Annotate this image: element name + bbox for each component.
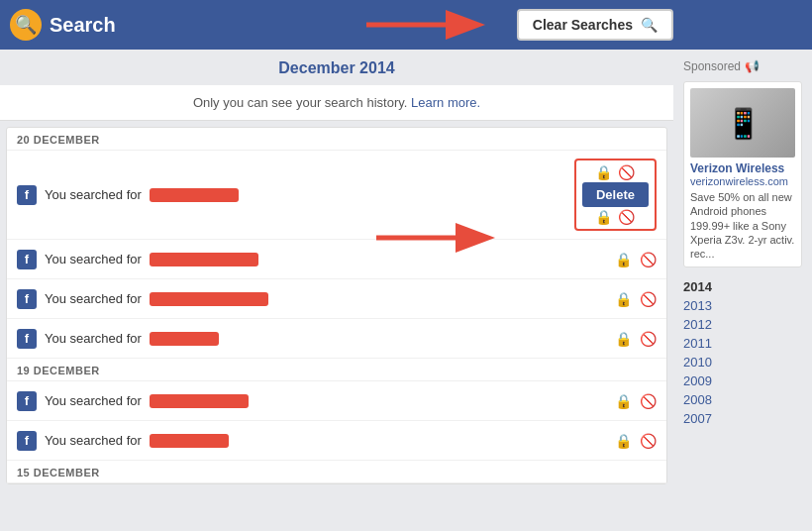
item-actions: 🔒 🚫 bbox=[615, 291, 657, 307]
sidebar: Sponsored 📢 📱 Verizon Wireless verizonwi… bbox=[673, 50, 812, 531]
block-icon[interactable]: 🚫 bbox=[640, 393, 657, 409]
item-actions: 🔒 🚫 bbox=[615, 252, 657, 267]
date-separator-15-dec: 15 DECEMBER bbox=[7, 461, 666, 483]
year-link-2007[interactable]: 2007 bbox=[683, 409, 802, 428]
redacted-term bbox=[150, 188, 239, 202]
date-separator-20-dec: 20 DECEMBER bbox=[7, 128, 666, 151]
year-link-2010[interactable]: 2010 bbox=[683, 353, 802, 372]
search-item-text: You searched for bbox=[45, 187, 142, 202]
delete-button[interactable]: Delete bbox=[582, 182, 649, 207]
clear-searches-label: Clear Searches bbox=[533, 17, 633, 33]
privacy-notice: Only you can see your search history. Le… bbox=[0, 85, 673, 121]
month-header: December 2014 bbox=[0, 50, 673, 85]
year-link-2009[interactable]: 2009 bbox=[683, 372, 802, 390]
facebook-icon: f bbox=[17, 289, 37, 309]
facebook-icon: f bbox=[17, 431, 37, 451]
date-separator-19-dec: 19 DECEMBER bbox=[7, 359, 666, 381]
search-item-text: You searched for bbox=[45, 331, 142, 346]
block-icon[interactable]: 🚫 bbox=[640, 252, 657, 267]
sidebar-ad: 📱 Verizon Wireless verizonwireless.com S… bbox=[683, 81, 802, 267]
ad-title[interactable]: Verizon Wireless bbox=[690, 161, 795, 175]
header-title-area: 🔍 Search bbox=[10, 9, 116, 41]
year-link-2014[interactable]: 2014 bbox=[683, 277, 802, 296]
block-icon-2[interactable]: 🚫 bbox=[618, 209, 635, 225]
search-item: f You searched for 🔒 🚫 bbox=[7, 240, 666, 279]
page-title: Search bbox=[50, 14, 116, 37]
search-item-text: You searched for bbox=[45, 291, 142, 306]
lock-icon[interactable]: 🔒 bbox=[615, 291, 632, 307]
clear-searches-button[interactable]: Clear Searches 🔍 bbox=[517, 9, 673, 41]
header: 🔍 Search Clear Searches 🔍 bbox=[0, 0, 812, 50]
search-item: f You searched for 🔒 🚫 Delete 🔒 🚫 bbox=[7, 151, 666, 240]
privacy-text: Only you can see your search history. bbox=[193, 95, 408, 110]
content-area: December 2014 Only you can see your sear… bbox=[0, 50, 673, 531]
lock-icon[interactable]: 🔒 bbox=[615, 433, 632, 449]
speaker-icon: 📢 bbox=[745, 59, 760, 73]
search-item-text: You searched for bbox=[45, 393, 142, 408]
block-icon[interactable]: 🚫 bbox=[618, 164, 635, 180]
search-icon: 🔍 bbox=[10, 9, 42, 41]
facebook-icon: f bbox=[17, 391, 37, 411]
redacted-term bbox=[150, 434, 229, 448]
ad-description: Save 50% on all new Android phones 199.9… bbox=[690, 190, 795, 261]
ad-url[interactable]: verizonwireless.com bbox=[690, 175, 795, 187]
item-actions: 🔒 🚫 bbox=[615, 393, 657, 409]
year-link-2012[interactable]: 2012 bbox=[683, 315, 802, 334]
search-item: f You searched for 🔒 🚫 bbox=[7, 319, 666, 359]
magnify-icon: 🔍 bbox=[641, 17, 658, 33]
facebook-icon: f bbox=[17, 185, 37, 205]
search-item: f You searched for 🔒 🚫 bbox=[7, 279, 666, 319]
search-item: f You searched for 🔒 🚫 bbox=[7, 381, 666, 421]
item-actions: 🔒 🚫 Delete 🔒 🚫 bbox=[574, 159, 657, 231]
learn-more-link[interactable]: Learn more. bbox=[411, 95, 480, 110]
ad-image: 📱 bbox=[690, 88, 795, 158]
search-item-text: You searched for bbox=[45, 433, 142, 448]
redacted-term bbox=[150, 394, 249, 408]
search-list: 20 DECEMBER f You searched for 🔒 🚫 Delet… bbox=[6, 127, 667, 484]
lock-icon-2[interactable]: 🔒 bbox=[595, 209, 612, 225]
main-layout: December 2014 Only you can see your sear… bbox=[0, 50, 812, 531]
block-icon[interactable]: 🚫 bbox=[640, 433, 657, 449]
block-icon[interactable]: 🚫 bbox=[640, 331, 657, 347]
redacted-term bbox=[150, 332, 219, 346]
item-actions: 🔒 🚫 bbox=[615, 433, 657, 449]
facebook-icon: f bbox=[17, 329, 37, 349]
lock-icon[interactable]: 🔒 bbox=[615, 331, 632, 347]
redacted-term bbox=[150, 253, 258, 266]
search-item: f You searched for 🔒 🚫 bbox=[7, 421, 666, 461]
year-link-2013[interactable]: 2013 bbox=[683, 296, 802, 315]
year-link-2008[interactable]: 2008 bbox=[683, 390, 802, 409]
lock-icon[interactable]: 🔒 bbox=[615, 252, 632, 267]
facebook-icon: f bbox=[17, 250, 37, 269]
redacted-term bbox=[150, 292, 268, 306]
block-icon[interactable]: 🚫 bbox=[640, 291, 657, 307]
search-item-text: You searched for bbox=[45, 252, 142, 266]
year-navigation: 2014 2013 2012 2011 2010 2009 2008 2007 bbox=[683, 277, 802, 428]
item-actions: 🔒 🚫 bbox=[615, 331, 657, 347]
arrow-to-delete bbox=[376, 218, 495, 261]
arrow-to-clear bbox=[366, 5, 485, 45]
lock-icon[interactable]: 🔒 bbox=[595, 164, 612, 180]
sponsored-label: Sponsored 📢 bbox=[683, 59, 802, 73]
year-link-2011[interactable]: 2011 bbox=[683, 334, 802, 353]
lock-icon[interactable]: 🔒 bbox=[615, 393, 632, 409]
